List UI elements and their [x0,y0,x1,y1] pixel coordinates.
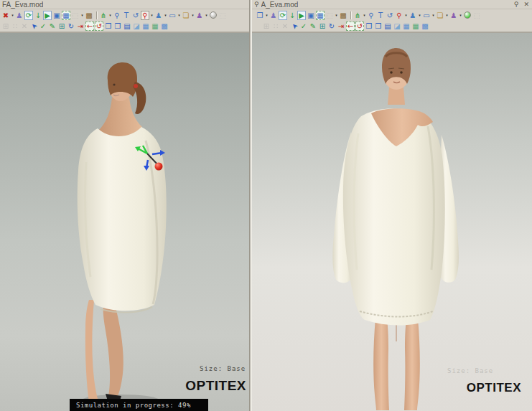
right-optitex-logo: OPTITEX [467,381,521,395]
inspect-icon[interactable]: ⚲ [113,11,121,20]
cube-export-icon[interactable]: ❒ [365,22,373,31]
tile-windows-icon[interactable]: ⊞ [262,22,271,31]
checker-transparency-icon[interactable]: ▩ [160,22,169,31]
display-icon-dropdown[interactable]: ▾ [431,13,435,17]
avatar-props-icon-dropdown[interactable]: ▾ [205,13,208,17]
transform-icon-dropdown[interactable]: ▾ [335,13,338,17]
left-3d-viewport[interactable]: Size: Base OPTITEX Simulation in progres… [0,32,249,411]
axis-icon[interactable]: ⋔ [353,11,362,20]
delete-piece-icon[interactable]: ✖ [1,11,10,20]
simulate-icon[interactable]: ▶ [43,11,52,20]
drop-cloth-icon[interactable]: ↓ [34,11,42,20]
fabric-icon[interactable]: ▩ [85,11,93,20]
notebook-pen-icon[interactable]: ✎ [48,22,57,31]
refresh-simulation-icon[interactable]: ⟳ [279,11,287,20]
import-door-icon[interactable]: ⇥ [76,22,85,31]
pin-tool-icon-dropdown[interactable]: ▾ [150,13,154,17]
update-swirl-icon[interactable]: ↻ [67,22,75,31]
stitch-swirl-icon[interactable]: ↺ [131,11,140,20]
close-button[interactable]: ✕ [523,0,529,9]
folder-avatar-icon[interactable]: ❏ [182,11,190,20]
display-icon[interactable]: ▭ [422,11,431,20]
disabled-tool-icon[interactable]: ⬚ [218,11,227,20]
update-swirl-icon[interactable]: ↻ [327,22,336,31]
pin-tool-icon[interactable]: ⚲ [395,11,403,20]
delete-piece-icon-dropdown[interactable]: ▾ [11,13,14,17]
tile-windows-icon[interactable]: ⊞ [1,22,10,31]
folder-avatar-icon[interactable]: ❏ [436,11,444,20]
avatar-props-icon[interactable]: ♟ [195,11,204,20]
import-door-icon[interactable]: ⇥ [337,22,345,31]
avatar-add-icon-dropdown[interactable]: ▾ [418,13,421,17]
avatar-add-icon[interactable]: ♟ [409,11,417,20]
table-grid-icon[interactable]: ⊞ [57,22,66,31]
light-on-icon[interactable] [463,11,472,20]
dash-grid-green-icon[interactable]: ▦ [151,22,159,31]
cut-disabled-icon[interactable]: ✕ [20,22,29,31]
solid-cube-icon[interactable]: ▣ [307,11,315,20]
left-window-titlebar[interactable]: FA_Eva.mod [0,0,249,9]
simulate-icon[interactable]: ▶ [297,11,306,20]
avatar-icon[interactable]: ♟ [15,11,24,20]
folder-avatar-icon-dropdown[interactable]: ▾ [191,13,195,17]
avatar-icon[interactable]: ♟ [269,11,278,20]
wire-cube-icon[interactable]: ▦ [62,11,70,20]
solid-cube-icon[interactable]: ▣ [52,11,61,20]
cube-export-icon[interactable]: ❒ [104,22,113,31]
avatar-add-icon[interactable]: ♟ [154,11,163,20]
pin-tool-icon-dropdown[interactable]: ▾ [404,13,408,17]
export-left-icon[interactable]: ← [85,22,94,31]
text-tool-icon[interactable]: T [376,11,385,20]
cube-mark-icon[interactable]: ❒ [113,22,122,31]
refresh-simulation-icon[interactable]: ⟳ [24,11,33,20]
transform-icon[interactable]: ⬚ [325,11,334,20]
inspect-icon[interactable]: ⚲ [367,11,375,20]
select-arrow-icon[interactable]: ➤ [29,22,38,31]
pin-tool-icon[interactable]: ⚲ [141,11,149,20]
disabled-tool-icon[interactable]: ⬚ [472,11,481,20]
checker-transparency-icon[interactable]: ▩ [421,22,429,31]
avatar-add-icon-dropdown[interactable]: ▾ [164,13,167,17]
stitch-swirl-icon[interactable]: ↺ [386,11,394,20]
display-icon-dropdown[interactable]: ▾ [177,13,181,17]
right-window-titlebar[interactable]: ⚲ A_Eva.mod ⚲ ✕ [252,0,532,9]
layers-arrow-icon[interactable]: ▤ [383,22,392,31]
fabric-icon[interactable]: ▩ [339,11,347,20]
door-open-icon[interactable]: ❐ [256,11,264,20]
grid-dots-icon[interactable]: ∷ [11,22,19,31]
display-icon[interactable]: ▭ [168,11,177,20]
notebook-pen-icon[interactable]: ✎ [309,22,317,31]
select-arrow-icon-glyph: ➤ [289,22,299,32]
text-tool-icon[interactable]: T [122,11,131,20]
light-off-icon[interactable] [209,11,218,20]
resimulate-loop-icon[interactable]: ↺ [95,22,103,31]
export-left-icon[interactable]: ← [346,22,355,31]
dash-grid-blue-icon[interactable]: ▦ [141,22,150,31]
drop-cloth-icon[interactable]: ↓ [288,11,297,20]
avatar-props-icon[interactable]: ♟ [449,11,458,20]
grid-dots-icon[interactable]: ∷ [271,22,280,31]
edit-check-icon[interactable]: ✓ [299,22,308,31]
transform-icon-dropdown[interactable]: ▾ [80,13,84,17]
axis-icon-dropdown[interactable]: ▾ [363,13,366,17]
axis-icon-dropdown[interactable]: ▾ [108,13,112,17]
edit-check-icon[interactable]: ✓ [39,22,47,31]
resimulate-loop-icon[interactable]: ↺ [355,22,364,31]
cut-disabled-icon[interactable]: ✕ [281,22,289,31]
wire-cube-icon[interactable]: ▦ [316,11,325,20]
dash-grid-green-icon[interactable]: ▦ [411,22,420,31]
layers-arrow-icon[interactable]: ▤ [123,22,131,31]
fold-paper-icon[interactable]: ◪ [393,22,401,31]
axis-icon[interactable]: ⋔ [99,11,108,20]
door-open-icon-dropdown[interactable]: ▾ [265,13,269,17]
folder-avatar-icon-dropdown[interactable]: ▾ [445,13,449,17]
dash-grid-blue-icon[interactable]: ▦ [402,22,411,31]
cube-mark-icon[interactable]: ❒ [374,22,383,31]
right-3d-viewport[interactable]: Size: Base OPTITEX [252,32,532,411]
pin-button[interactable]: ⚲ [514,0,519,9]
avatar-props-icon-dropdown[interactable]: ▾ [459,13,462,17]
table-grid-icon[interactable]: ⊞ [318,22,327,31]
transform-icon[interactable]: ⬚ [71,11,80,20]
fold-paper-icon[interactable]: ◪ [132,22,141,31]
select-arrow-icon[interactable]: ➤ [290,22,299,31]
